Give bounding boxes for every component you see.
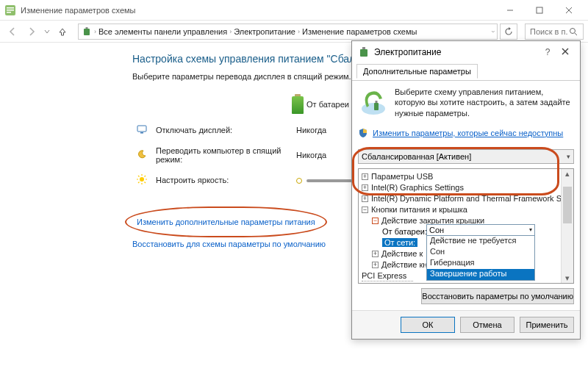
tree-item[interactable]: Intel(R) Graphics Settings xyxy=(371,183,464,192)
svg-rect-13 xyxy=(140,132,143,134)
brightness-label: Настроить яркость: xyxy=(151,169,287,191)
svg-rect-2 xyxy=(7,10,14,11)
scheme-combo[interactable]: Сбалансированная [Активен] ▾ xyxy=(358,149,574,164)
svg-rect-24 xyxy=(362,47,365,49)
scheme-combo-value: Сбалансированная [Активен] xyxy=(362,152,471,161)
power-dialog-icon xyxy=(358,46,370,58)
expand-icon[interactable]: + xyxy=(372,251,379,257)
breadcrumb-item[interactable]: Все элементы панели управления xyxy=(98,27,227,36)
tree-item[interactable]: Параметры USB xyxy=(371,172,433,181)
svg-rect-23 xyxy=(360,49,368,57)
dialog-help-button[interactable]: ? xyxy=(539,47,556,57)
window-titlebar: Изменение параметров схемы xyxy=(0,0,588,21)
restore-defaults-button[interactable]: Восстановить параметры по умолчанию xyxy=(421,288,574,304)
dialog-close-button[interactable] xyxy=(556,48,574,57)
svg-line-20 xyxy=(145,182,146,184)
svg-point-14 xyxy=(140,177,144,182)
control-panel-icon xyxy=(4,4,16,16)
search-input[interactable] xyxy=(528,26,569,37)
svg-rect-5 xyxy=(537,7,542,13)
tree-item[interactable]: PCI Express xyxy=(362,271,406,280)
expand-icon[interactable]: + xyxy=(362,173,368,180)
maximize-button[interactable] xyxy=(525,1,554,19)
ok-button[interactable]: ОК xyxy=(401,317,455,333)
tree-item[interactable]: Кнопки питания и крышка xyxy=(371,205,467,214)
sleep-battery-value[interactable]: Никогда xyxy=(296,151,326,159)
dropdown-option[interactable]: Сон xyxy=(427,247,534,258)
tree-item[interactable]: Intel(R) Dynamic Platform and Thermal Fr… xyxy=(371,194,566,203)
from-ac-dropdown-list[interactable]: Действие не требуется Сон Гибернация Зав… xyxy=(426,235,535,281)
expand-icon[interactable]: + xyxy=(362,195,368,202)
refresh-button[interactable] xyxy=(500,24,517,40)
dropdown-option[interactable]: Действие не требуется xyxy=(427,236,534,247)
breadcrumb[interactable]: › Все элементы панели управления › Элект… xyxy=(78,24,498,40)
svg-line-21 xyxy=(145,176,146,177)
brightness-icon xyxy=(137,174,147,184)
sleep-label: Переводить компьютер в спящий режим: xyxy=(151,141,287,169)
minimize-button[interactable] xyxy=(495,1,525,19)
svg-rect-1 xyxy=(7,7,14,9)
svg-point-10 xyxy=(570,28,576,33)
svg-line-19 xyxy=(138,176,140,177)
breadcrumb-item[interactable]: Электропитание xyxy=(234,27,295,36)
tree-scrollbar[interactable]: ▴ ▾ xyxy=(561,169,573,283)
window-title: Изменение параметров схемы xyxy=(21,6,495,15)
power-scheme-icon xyxy=(358,87,389,118)
close-button[interactable] xyxy=(554,1,584,19)
recent-dropdown[interactable] xyxy=(43,24,51,40)
dialog-title: Электропитание xyxy=(374,47,539,57)
svg-rect-3 xyxy=(7,12,11,13)
from-ac-value: Сон xyxy=(429,226,444,234)
svg-rect-12 xyxy=(137,126,146,132)
collapse-icon[interactable]: − xyxy=(362,207,368,213)
from-battery-label: От батареи: xyxy=(382,227,427,236)
battery-icon xyxy=(292,96,304,114)
back-button[interactable] xyxy=(4,24,21,40)
from-ac-dropdown[interactable]: Сон ▾ xyxy=(426,224,535,236)
expand-icon[interactable]: + xyxy=(372,262,379,268)
scroll-down-icon[interactable]: ▾ xyxy=(565,273,570,283)
dropdown-option[interactable]: Гибернация xyxy=(427,258,534,269)
power-options-dialog: Электропитание ? Дополнительные параметр… xyxy=(351,40,581,340)
chevron-down-icon: ▾ xyxy=(567,153,570,160)
scroll-up-icon[interactable]: ▴ xyxy=(565,169,570,179)
power-settings-table: От батареи Отключать дисплей: Никогда Пе… xyxy=(132,91,374,191)
tree-item[interactable]: Действие к xyxy=(381,249,423,258)
up-button[interactable] xyxy=(54,24,71,40)
search-box[interactable] xyxy=(525,24,584,40)
dropdown-option-highlighted[interactable]: Завершение работы xyxy=(427,269,534,280)
svg-rect-28 xyxy=(374,103,379,110)
bulb-dim-icon xyxy=(296,178,302,184)
cancel-button[interactable]: Отмена xyxy=(460,317,514,333)
settings-tree[interactable]: +Параметры USB +Intel(R) Graphics Settin… xyxy=(358,168,574,284)
search-icon xyxy=(569,27,578,36)
dialog-tabstrip: Дополнительные параметры xyxy=(352,63,580,81)
apply-button[interactable]: Применить xyxy=(520,317,574,333)
tree-item[interactable]: Действие кн xyxy=(381,260,427,269)
scrollbar-thumb[interactable] xyxy=(563,187,572,223)
shield-icon xyxy=(358,128,368,138)
svg-rect-29 xyxy=(376,101,378,103)
tab-advanced[interactable]: Дополнительные параметры xyxy=(356,64,478,79)
forward-button[interactable] xyxy=(24,24,40,40)
svg-rect-8 xyxy=(84,29,90,35)
svg-rect-9 xyxy=(86,27,88,29)
dialog-titlebar: Электропитание ? xyxy=(352,41,580,63)
breadcrumb-item[interactable]: Изменение параметров схемы xyxy=(302,27,417,36)
advanced-settings-link[interactable]: Изменить дополнительные параметры питани… xyxy=(137,218,315,226)
chevron-down-icon: ▾ xyxy=(529,226,532,233)
restore-defaults-link[interactable]: Восстановить для схемы параметры по умол… xyxy=(132,240,326,248)
moon-icon xyxy=(137,149,147,159)
dialog-button-row: ОК Отмена Применить xyxy=(352,310,580,339)
navigation-toolbar: › Все элементы панели управления › Элект… xyxy=(0,21,588,43)
power-options-icon xyxy=(82,26,92,37)
svg-point-27 xyxy=(362,103,385,115)
from-ac-label: От сети: xyxy=(382,238,417,247)
monitor-icon xyxy=(137,124,147,134)
display-off-label: Отключать дисплей: xyxy=(151,119,287,141)
collapse-icon[interactable]: − xyxy=(372,218,379,224)
svg-line-11 xyxy=(575,33,577,35)
unavailable-settings-link[interactable]: Изменить параметры, которые сейчас недос… xyxy=(373,129,563,137)
scheme-hint: Выберите схему управления питанием, кото… xyxy=(395,87,574,118)
expand-icon[interactable]: + xyxy=(362,184,368,191)
